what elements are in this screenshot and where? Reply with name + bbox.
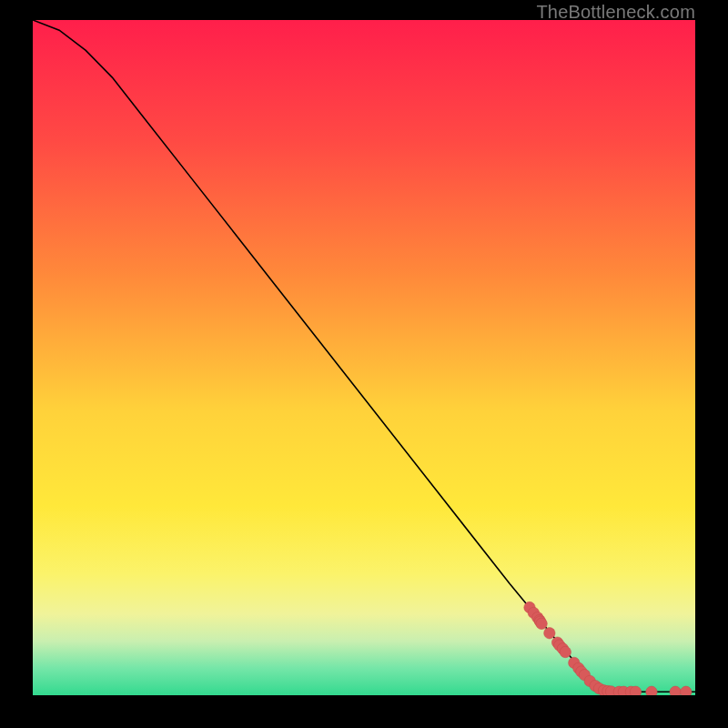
watermark-text: TheBottleneck.com	[536, 2, 695, 23]
data-point	[646, 686, 657, 695]
data-points	[524, 602, 692, 695]
data-point	[681, 686, 692, 695]
plot-area	[33, 20, 695, 695]
bottleneck-curve	[33, 20, 695, 692]
data-point	[630, 686, 641, 695]
data-point	[536, 618, 547, 629]
data-point	[670, 686, 681, 695]
chart-frame: TheBottleneck.com	[0, 0, 728, 728]
data-point	[544, 628, 555, 639]
data-point	[560, 646, 571, 657]
chart-svg	[33, 20, 695, 695]
